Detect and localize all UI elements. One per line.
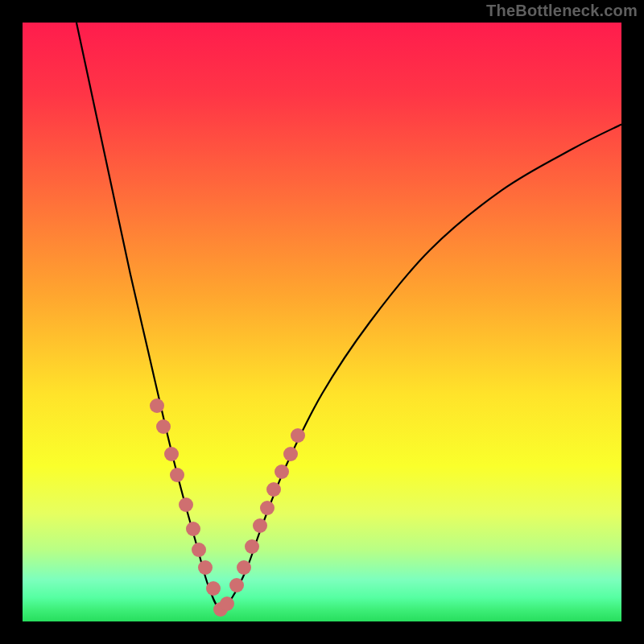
data-marker xyxy=(229,578,244,592)
data-marker xyxy=(186,522,200,536)
data-marker xyxy=(156,419,171,434)
data-marker xyxy=(245,539,259,554)
data-marker xyxy=(275,464,289,479)
watermark-text: TheBottleneck.com xyxy=(486,2,638,20)
chart-frame: TheBottleneck.com xyxy=(0,0,644,644)
plot-area xyxy=(23,23,621,621)
data-marker xyxy=(206,581,221,596)
data-marker xyxy=(266,482,281,497)
data-marker xyxy=(170,468,184,482)
data-marker xyxy=(150,398,164,413)
data-marker xyxy=(253,518,267,533)
data-marker xyxy=(220,597,234,611)
data-marker xyxy=(291,428,305,443)
data-marker xyxy=(192,543,206,557)
data-marker xyxy=(260,501,275,515)
data-marker xyxy=(283,447,298,461)
data-marker xyxy=(164,447,179,461)
bottleneck-curve xyxy=(23,23,621,621)
curve-path xyxy=(76,23,621,610)
data-marker xyxy=(179,497,193,512)
data-marker xyxy=(237,560,251,575)
data-marker xyxy=(198,560,213,575)
